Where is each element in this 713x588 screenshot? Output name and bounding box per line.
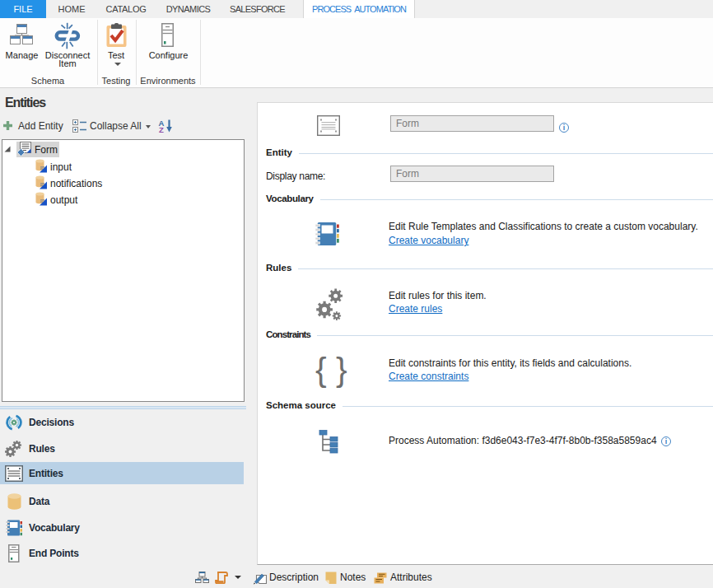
svg-text:Z: Z — [159, 125, 164, 133]
